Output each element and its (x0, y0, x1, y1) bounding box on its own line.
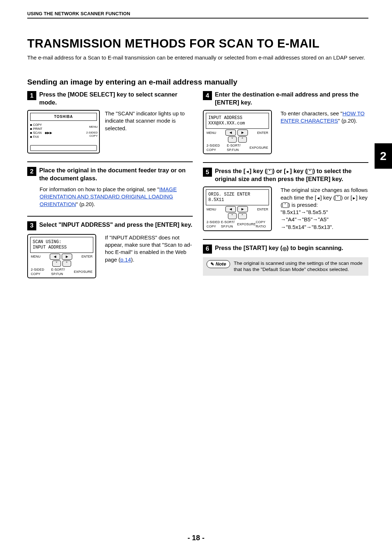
up-key-icon (238, 213, 247, 219)
panel-label-copy: COPY (86, 134, 98, 138)
lcd-line-1: INPUT ADDRESS (208, 115, 242, 120)
start-key-icon (282, 245, 287, 251)
xref-p14[interactable]: p.14 (121, 257, 131, 263)
up-key-icon (307, 169, 313, 175)
step-number: 6 (203, 245, 212, 254)
right-key-icon (62, 254, 72, 260)
lcd-label-esort: E-SORT/ SP.FUN (227, 143, 249, 152)
step-6: 6 Press the [START] key () to begin scan… (203, 244, 368, 276)
lcd-label-menu: MENU (31, 254, 41, 259)
page-title: TRANSMISSION METHODS FOR SCAN TO E-MAIL (27, 37, 368, 50)
lcd-label-copyratio: COPY RATIO (256, 220, 268, 229)
chapter-tab: 2 (375, 143, 392, 169)
step-number: 3 (27, 221, 36, 230)
lcd-label-2sided: 2-SIDED COPY (207, 220, 221, 229)
header-rule (27, 18, 368, 19)
step-heading: Press the [MODE SELECT] key to select sc… (39, 91, 193, 106)
lcd-line-1: SCAN USING: (33, 239, 61, 245)
lcd-label-enter: ENTER (257, 207, 268, 212)
down-key-icon (228, 136, 237, 143)
step-number: 2 (27, 167, 36, 176)
note-chip: Note (207, 260, 230, 268)
section-subtitle: Sending an image by entering an e-mail a… (27, 78, 368, 86)
panel-label-menu: MENU (86, 125, 98, 129)
step-heading: Enter the destination e-mail address and… (215, 91, 368, 106)
mode-copy: COPY (33, 123, 42, 127)
lcd-label-2sided: 2-SIDED COPY (207, 143, 227, 152)
right-key-icon (237, 130, 248, 136)
step-number: 1 (27, 91, 36, 100)
left-arrow-icon (245, 168, 249, 174)
note-box: Note The original is scanned using the s… (203, 257, 368, 276)
down-key-icon (228, 213, 237, 219)
mode-fax: FAX (33, 135, 39, 139)
brand-label: TOSHIBA (30, 113, 97, 121)
lcd-label-exposure: EXPOSURE (237, 222, 256, 226)
step-heading: Place the original in the document feede… (39, 167, 193, 182)
left-key-icon (225, 130, 236, 136)
step-4: 4 Enter the destination e-mail address a… (203, 91, 368, 154)
step-body-text: The "SCAN" indicator lights up to indica… (105, 110, 193, 153)
step-number: 4 (203, 91, 212, 100)
down-key-icon (335, 195, 341, 201)
lcd-label-enter: ENTER (257, 131, 268, 135)
lcd-line-2: INPUT ADDRESS (33, 245, 67, 250)
size-sequence: "8.5x11"→"8.5x5.5" →"A4"→"B5"→"A5" →"8.5… (281, 209, 334, 230)
panel-label-2sided: 2-SIDED (86, 131, 98, 135)
lcd-panel: INPUT ADDRESS XXX@XX.XXX.com MENU ENTER (203, 110, 272, 154)
step-5: 5 Press the [] key () or [] key () to se… (203, 167, 368, 231)
step-body-text: To enter characters, see " (281, 110, 342, 116)
step-heading: Press the [] key () or [] key () to sele… (215, 167, 368, 183)
lcd-label-esort: E-SORT/ SP.FUN (221, 220, 237, 229)
lcd-panel: ORIG. SIZE ENTER 8.5X11 MENU ENTER (203, 186, 272, 231)
lcd-label-menu: MENU (207, 131, 216, 135)
printer-panel-diagram: TOSHIBA COPY PRINT SCAN ◆▶▶ FAX MENU 2-S… (27, 110, 100, 153)
left-key-icon (225, 206, 236, 212)
page-number: - 18 - (0, 534, 392, 542)
scan-indicator-icon: ◆▶▶ (45, 131, 52, 135)
step-body-text: For information on how to place the orig… (40, 186, 159, 192)
note-body: The original is scanned using the settin… (234, 260, 365, 273)
step-body-text: If "INPUT ADDRESS" does not appear, make… (105, 234, 192, 263)
mode-scan: SCAN (33, 131, 42, 135)
up-key-icon (62, 260, 71, 267)
step-heading: Select "INPUT ADDRESS" and press the [EN… (39, 221, 193, 229)
right-arrow-icon (352, 194, 356, 201)
lcd-line-2: XXX@XX.XXX.com (208, 121, 245, 126)
lcd-label-menu: MENU (207, 207, 216, 212)
running-head: USING THE NETWORK SCANNER FUNCTION (27, 11, 368, 16)
lcd-label-exposure: EXPOSURE (74, 270, 93, 274)
step-number: 5 (203, 168, 212, 177)
up-key-icon (282, 202, 288, 208)
left-key-icon (50, 254, 60, 260)
lcd-line-2: 8.5X11 (208, 197, 224, 202)
up-key-icon (238, 136, 247, 143)
step-3: 3 Select "INPUT ADDRESS" and press the [… (27, 221, 193, 278)
lcd-label-esort: E-SORT/ SP.FUN (51, 267, 74, 276)
left-arrow-icon (316, 194, 320, 201)
down-key-icon (267, 169, 273, 175)
step-2: 2 Place the original in the document fee… (27, 167, 193, 208)
down-key-icon (52, 260, 61, 267)
step-heading: Press the [START] key () to begin scanni… (215, 244, 368, 252)
lcd-label-2sided: 2-SIDED COPY (31, 267, 51, 276)
pen-icon (211, 261, 214, 267)
right-arrow-icon (286, 168, 290, 174)
intro-paragraph: The e-mail address for a Scan to E-mail … (27, 54, 368, 61)
lcd-label-exposure: EXPOSURE (249, 145, 268, 150)
lcd-line-1: ORIG. SIZE ENTER (208, 192, 250, 197)
right-key-icon (237, 206, 248, 212)
step-1: 1 Press the [MODE SELECT] key to select … (27, 91, 193, 153)
mode-print: PRINT (33, 127, 42, 131)
lcd-panel: SCAN USING: INPUT ADDRESS MENU ENTER (27, 234, 96, 278)
lcd-label-enter: ENTER (81, 254, 93, 259)
